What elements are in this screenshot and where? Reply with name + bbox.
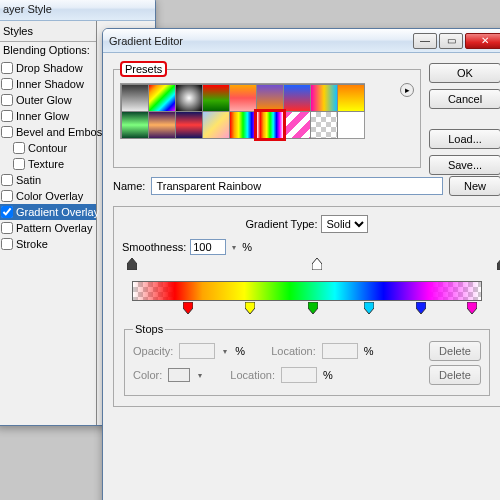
preset-grid xyxy=(120,83,365,139)
style-checkbox[interactable] xyxy=(1,206,13,218)
layer-style-titlebar[interactable]: ayer Style xyxy=(0,0,155,21)
close-button[interactable]: ✕ xyxy=(465,33,500,49)
location-label: Location: xyxy=(230,369,275,381)
style-row-pattern-overlay[interactable]: Pattern Overlay xyxy=(0,220,96,236)
style-checkbox[interactable] xyxy=(1,222,13,234)
smoothness-input[interactable] xyxy=(190,239,226,255)
stops-fieldset: Stops Opacity: ▾ % Location: % Delete Co… xyxy=(124,323,490,396)
save-button[interactable]: Save... xyxy=(429,155,500,175)
gradient-type-select[interactable]: Solid xyxy=(321,215,368,233)
svg-marker-0 xyxy=(127,258,137,270)
ok-button[interactable]: OK xyxy=(429,63,500,83)
style-label: Contour xyxy=(28,142,67,154)
style-row-inner-shadow[interactable]: Inner Shadow xyxy=(0,76,96,92)
style-row-contour[interactable]: Contour xyxy=(0,140,96,156)
load-button[interactable]: Load... xyxy=(429,129,500,149)
preset-swatch[interactable] xyxy=(283,84,311,112)
preset-swatch[interactable] xyxy=(175,84,203,112)
location-label: Location: xyxy=(271,345,316,357)
preset-swatch[interactable] xyxy=(283,111,311,139)
style-checkbox[interactable] xyxy=(1,78,13,90)
preset-swatch[interactable] xyxy=(148,84,176,112)
style-row-bevel-and-emboss[interactable]: Bevel and Emboss xyxy=(0,124,96,140)
preset-swatch[interactable] xyxy=(229,84,257,112)
gradient-bar[interactable] xyxy=(132,281,482,301)
color-location-input xyxy=(281,367,317,383)
gradient-editor-titlebar[interactable]: Gradient Editor — ▭ ✕ xyxy=(103,29,500,53)
style-row-drop-shadow[interactable]: Drop Shadow xyxy=(0,60,96,76)
percent-label: % xyxy=(235,345,245,357)
percent-label: % xyxy=(364,345,374,357)
gradient-editor-title: Gradient Editor xyxy=(109,35,183,47)
style-label: Stroke xyxy=(16,238,48,250)
style-row-texture[interactable]: Texture xyxy=(0,156,96,172)
cancel-button[interactable]: Cancel xyxy=(429,89,500,109)
style-checkbox[interactable] xyxy=(1,190,13,202)
svg-marker-5 xyxy=(308,302,318,314)
style-row-stroke[interactable]: Stroke xyxy=(0,236,96,252)
opacity-input xyxy=(179,343,215,359)
styles-list: Drop ShadowInner ShadowOuter GlowInner G… xyxy=(0,58,96,254)
style-checkbox[interactable] xyxy=(1,62,13,74)
blending-options-header[interactable]: Blending Options: xyxy=(0,42,96,58)
name-input[interactable] xyxy=(151,177,443,195)
style-row-satin[interactable]: Satin xyxy=(0,172,96,188)
preset-swatch[interactable] xyxy=(229,111,257,139)
style-checkbox[interactable] xyxy=(1,238,13,250)
chevron-down-icon: ▾ xyxy=(221,347,229,356)
preset-swatch[interactable] xyxy=(202,111,230,139)
style-label: Bevel and Emboss xyxy=(16,126,108,138)
styles-column: Styles Blending Options: Drop ShadowInne… xyxy=(0,21,97,425)
maximize-button[interactable]: ▭ xyxy=(439,33,463,49)
style-row-color-overlay[interactable]: Color Overlay xyxy=(0,188,96,204)
opacity-stop[interactable] xyxy=(127,258,137,270)
percent-label: % xyxy=(323,369,333,381)
preset-swatch[interactable] xyxy=(337,84,365,112)
new-button[interactable]: New xyxy=(449,176,500,196)
color-stop[interactable] xyxy=(467,302,477,314)
preset-swatch[interactable] xyxy=(310,84,338,112)
style-label: Color Overlay xyxy=(16,190,83,202)
delete-opacity-stop-button: Delete xyxy=(429,341,481,361)
percent-label: % xyxy=(242,241,252,253)
color-stop[interactable] xyxy=(416,302,426,314)
styles-header[interactable]: Styles xyxy=(0,21,96,42)
svg-marker-4 xyxy=(245,302,255,314)
color-stop[interactable] xyxy=(245,302,255,314)
style-checkbox[interactable] xyxy=(1,94,13,106)
style-checkbox[interactable] xyxy=(13,158,25,170)
preset-swatch[interactable] xyxy=(202,84,230,112)
style-checkbox[interactable] xyxy=(13,142,25,154)
color-stop[interactable] xyxy=(364,302,374,314)
style-label: Satin xyxy=(16,174,41,186)
presets-flyout-icon[interactable]: ▸ xyxy=(400,83,414,97)
style-row-inner-glow[interactable]: Inner Glow xyxy=(0,108,96,124)
gradient-type-label: Gradient Type: xyxy=(246,218,318,230)
style-label: Texture xyxy=(28,158,64,170)
minimize-button[interactable]: — xyxy=(413,33,437,49)
style-checkbox[interactable] xyxy=(1,174,13,186)
color-swatch xyxy=(168,368,190,382)
preset-swatch[interactable] xyxy=(256,84,284,112)
style-row-gradient-overlay[interactable]: Gradient Overlay xyxy=(0,204,96,220)
chevron-down-icon[interactable]: ▾ xyxy=(230,243,238,252)
style-row-outer-glow[interactable]: Outer Glow xyxy=(0,92,96,108)
preset-swatch[interactable] xyxy=(121,84,149,112)
svg-marker-8 xyxy=(467,302,477,314)
svg-marker-1 xyxy=(312,258,322,270)
svg-marker-7 xyxy=(416,302,426,314)
gradient-bar-area[interactable] xyxy=(122,269,492,317)
opacity-stop[interactable] xyxy=(312,258,322,270)
color-stop[interactable] xyxy=(183,302,193,314)
color-stop[interactable] xyxy=(308,302,318,314)
preset-swatch[interactable] xyxy=(148,111,176,139)
preset-swatch[interactable] xyxy=(256,111,284,139)
style-label: Inner Glow xyxy=(16,110,69,122)
style-checkbox[interactable] xyxy=(1,126,13,138)
preset-swatch[interactable] xyxy=(175,111,203,139)
preset-swatch[interactable] xyxy=(121,111,149,139)
preset-swatch[interactable] xyxy=(310,111,338,139)
gradient-editor-window: Gradient Editor — ▭ ✕ OK Cancel Load... … xyxy=(102,28,500,500)
svg-marker-3 xyxy=(183,302,193,314)
style-checkbox[interactable] xyxy=(1,110,13,122)
